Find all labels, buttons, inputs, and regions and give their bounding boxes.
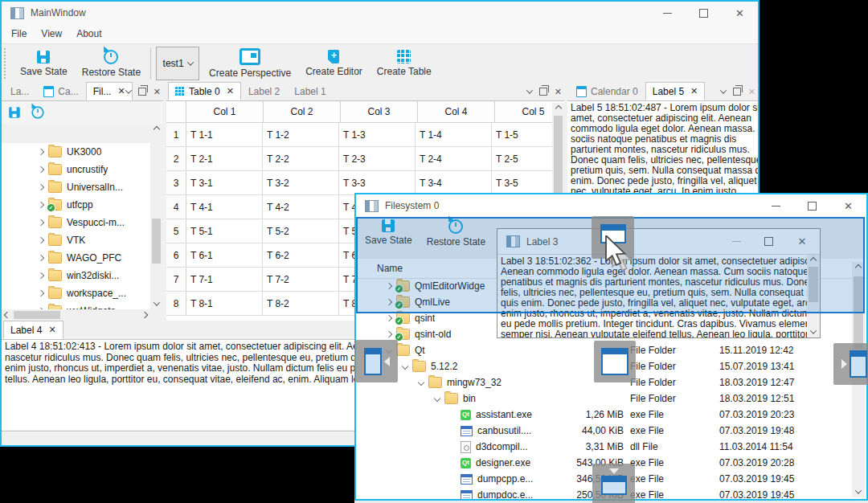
tree-row[interactable]: VTK xyxy=(2,231,150,249)
table-cell[interactable]: T 7-2 xyxy=(263,268,339,291)
tree-row[interactable]: UniversalIn... xyxy=(2,178,150,196)
dock-tab[interactable]: Calendar 0 xyxy=(569,82,645,100)
float-icon[interactable] xyxy=(733,88,741,96)
tree-row[interactable]: win32diski... xyxy=(2,267,150,284)
perspective-combobox[interactable]: test1 xyxy=(156,47,199,80)
dock-tab[interactable]: Label 2 xyxy=(241,82,287,100)
minimize-button[interactable] xyxy=(649,2,686,24)
scroll-down-icon[interactable] xyxy=(150,298,162,309)
tree-row[interactable]: WAGO_PFC xyxy=(2,249,150,267)
dock-bottom-indicator[interactable] xyxy=(592,464,635,503)
table-cell[interactable]: T 2-4 xyxy=(416,147,492,170)
dock-tab[interactable]: Ca... xyxy=(36,82,85,100)
expander-icon[interactable] xyxy=(399,364,411,369)
close-button[interactable]: ✕ xyxy=(830,194,866,217)
tree-row[interactable]: utfcpp xyxy=(2,196,150,214)
expander-icon[interactable] xyxy=(35,273,47,278)
scrollbar-thumb[interactable] xyxy=(152,219,161,264)
row-number[interactable]: 6 xyxy=(166,243,186,267)
save-icon[interactable] xyxy=(9,107,20,118)
dock-close-icon[interactable] xyxy=(555,88,562,96)
dock-tab[interactable]: La... xyxy=(3,82,36,100)
tree-row[interactable]: UK3000 xyxy=(2,143,150,161)
horizontal-scrollbar[interactable] xyxy=(2,309,150,321)
tree-row[interactable]: workspace_... xyxy=(2,284,150,302)
column-header[interactable]: Col 4 xyxy=(418,101,495,122)
close-button[interactable]: ✕ xyxy=(722,2,758,24)
table-cell[interactable]: T 4-1 xyxy=(186,195,263,219)
dock-close-icon[interactable] xyxy=(154,88,161,96)
scroll-down-icon[interactable] xyxy=(807,326,820,337)
table-cell[interactable]: T 2-3 xyxy=(339,147,416,170)
main-titlebar[interactable]: MainWindow ✕ xyxy=(2,2,758,24)
table-cell[interactable]: T 8-1 xyxy=(186,292,263,315)
dock-right-indicator[interactable] xyxy=(833,343,868,385)
dock-center-indicator[interactable] xyxy=(594,341,636,382)
row-number[interactable]: 8 xyxy=(166,292,186,315)
expander-icon[interactable] xyxy=(383,332,395,337)
save-state-button[interactable]: Save State xyxy=(13,48,75,80)
dock-tab[interactable]: Table 0 xyxy=(168,82,241,100)
file-row[interactable]: d3dcompil... 3,31 MiB dll File 11.03.201… xyxy=(356,439,866,455)
file-row[interactable]: canbusutil.... 44,00 KiB exe File 07.03.… xyxy=(356,423,866,439)
scrollbar-thumb[interactable] xyxy=(554,116,563,196)
tab-close-icon[interactable] xyxy=(227,86,234,96)
table-cell[interactable]: T 2-1 xyxy=(186,147,263,170)
dock-tab[interactable]: Label 5 xyxy=(645,82,706,100)
row-number[interactable]: 1 xyxy=(166,123,186,146)
expander-icon[interactable] xyxy=(383,316,395,321)
scrollbar-thumb[interactable] xyxy=(14,311,60,319)
tabs-menu-icon[interactable] xyxy=(125,87,132,93)
tab-close-icon[interactable] xyxy=(48,325,55,335)
maximize-button[interactable] xyxy=(794,194,830,217)
row-number[interactable]: 5 xyxy=(166,219,186,243)
expander-icon[interactable] xyxy=(35,256,47,260)
table-cell[interactable]: T 3-3 xyxy=(339,171,416,194)
dock-close-icon[interactable] xyxy=(748,88,755,96)
expander-icon[interactable] xyxy=(35,202,47,207)
tabs-menu-icon[interactable] xyxy=(526,87,533,93)
tree-row[interactable]: Vespucci-m... xyxy=(2,214,150,231)
menu-item[interactable]: About xyxy=(69,28,108,39)
table-row[interactable]: 1 T 1-1 T 1-2 T 1-3 T 1-4 T 1-5 xyxy=(166,123,564,147)
table-row[interactable]: 3 T 3-1 T 3-2 T 3-3 T 3-4 T 3-5 xyxy=(166,171,564,195)
expander-icon[interactable] xyxy=(35,185,47,190)
row-number[interactable]: 2 xyxy=(166,147,186,170)
table-corner[interactable] xyxy=(166,101,186,122)
table-cell[interactable]: T 2-2 xyxy=(263,147,339,170)
file-row[interactable]: assistant.exe 1,26 MiB exe File 07.03.20… xyxy=(356,407,866,423)
table-cell[interactable]: T 5-2 xyxy=(263,219,339,243)
table-cell[interactable]: T 3-1 xyxy=(186,171,263,194)
table-cell[interactable]: T 8-2 xyxy=(263,292,339,315)
column-header[interactable]: Col 3 xyxy=(341,101,418,122)
column-header[interactable]: Col 1 xyxy=(186,101,264,122)
scroll-right-icon[interactable] xyxy=(139,309,150,321)
float-icon[interactable] xyxy=(138,88,146,96)
scroll-left-icon[interactable] xyxy=(2,309,13,321)
expander-icon[interactable] xyxy=(35,291,47,296)
scroll-up-icon[interactable] xyxy=(552,103,564,114)
filesystem-titlebar[interactable]: Filesystem 0 ✕ xyxy=(356,194,866,217)
vertical-scrollbar[interactable] xyxy=(150,124,162,309)
expander-icon[interactable] xyxy=(35,238,47,243)
dock-left-indicator[interactable] xyxy=(355,340,398,382)
expander-icon[interactable] xyxy=(35,167,47,172)
tab-close-icon[interactable] xyxy=(117,86,125,96)
table-cell[interactable]: T 7-1 xyxy=(186,268,263,291)
expander-icon[interactable] xyxy=(35,220,47,225)
menu-item[interactable]: View xyxy=(34,28,69,39)
restore-icon[interactable] xyxy=(31,106,43,118)
dock-tab[interactable]: Label 1 xyxy=(287,82,333,100)
tree-row[interactable]: uncrustify xyxy=(2,161,150,178)
toolbar-handle[interactable] xyxy=(4,48,10,79)
table-cell[interactable]: T 1-2 xyxy=(263,123,339,146)
table-cell[interactable]: T 6-2 xyxy=(263,243,339,267)
table-cell[interactable]: T 4-2 xyxy=(263,195,339,219)
restore-state-button[interactable]: Restore State xyxy=(75,47,148,80)
column-header[interactable]: Col 2 xyxy=(264,101,341,122)
table-cell[interactable]: T 5-1 xyxy=(186,219,263,243)
expander-icon[interactable] xyxy=(35,149,47,154)
tree-row[interactable]: wwWidgets xyxy=(2,302,150,309)
table-cell[interactable]: T 1-4 xyxy=(416,123,492,146)
float-icon[interactable] xyxy=(539,88,547,96)
